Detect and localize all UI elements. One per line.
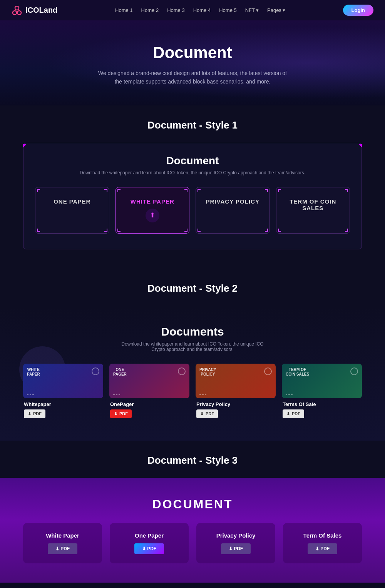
style3-title: DOCUMENT: [23, 497, 362, 511]
dots-decoration: [27, 394, 34, 395]
style3-pdf-btn-privacy[interactable]: ⬇ PDF: [221, 543, 251, 554]
login-button[interactable]: Login: [343, 5, 373, 16]
style3-card-termsales: Term Of Sales ⬇ PDF: [283, 523, 362, 563]
nav-pages-dropdown[interactable]: Pages ▾: [267, 7, 285, 13]
style2-pdf-btn-privacy[interactable]: ⬇ PDF: [196, 409, 218, 418]
nav-home1[interactable]: Home 1: [115, 7, 133, 13]
download-icon: ⬇: [200, 411, 204, 416]
svg-point-1: [13, 11, 17, 15]
style2-pdf-btn-whitepaper[interactable]: ⬇ PDF: [24, 409, 45, 418]
style3-card-privacy: Privacy Policy ⬇ PDF: [196, 523, 275, 563]
style1-card-privacy[interactable]: Privacy Policy: [196, 187, 270, 234]
chevron-down-icon: ▾: [283, 7, 285, 13]
nav-nft-dropdown[interactable]: NFT ▾: [245, 7, 259, 13]
dots-decoration: [286, 394, 293, 395]
logo[interactable]: ICOLand: [12, 5, 57, 16]
style1-section-title: Document - Style 1: [0, 105, 385, 143]
brand-name: ICOLand: [25, 6, 57, 15]
download-icon: ⬇: [28, 411, 31, 416]
style2-card-onepager: ONEPAGER OnePager ⬇ PDF: [109, 364, 189, 421]
style1-box-title: Document: [35, 155, 350, 167]
nav-home2[interactable]: Home 2: [141, 7, 159, 13]
style2-card-whitepaper: WHITEPAPER Whitepaper ⬇ PDF: [23, 364, 103, 421]
style2-title: Documents: [23, 325, 362, 338]
newsletter-section: Don't Miss Out, Stay Updated SUBSCRIBE D…: [0, 583, 385, 588]
nav-links: Home 1 Home 2 Home 3 Home 4 Home 5 NFT ▾…: [115, 7, 285, 13]
style2-section: Documents Download the whitepaper and le…: [0, 306, 385, 441]
style2-thumb-privacy[interactable]: PRIVACYPOLICY: [196, 364, 276, 398]
style1-card-onepaper[interactable]: One Paper: [35, 187, 109, 234]
circle-decoration: [264, 368, 272, 375]
style1-box-desc: Download the whitepaper and learn about …: [35, 170, 350, 175]
style2-pdf-btn-onepager[interactable]: ⬇ PDF: [110, 409, 132, 418]
hero-section: Document We designed a brand-new cool de…: [0, 20, 385, 105]
dots-decoration: [199, 394, 206, 395]
style1-cards: One Paper White Paper ⬆ Privacy Policy T…: [35, 187, 350, 234]
download-icon: ⬇: [286, 411, 290, 416]
svg-point-2: [17, 11, 21, 15]
nav-home5[interactable]: Home 5: [219, 7, 237, 13]
style3-pdf-btn-whitepaper[interactable]: ⬇ PDF: [48, 543, 77, 554]
style2-cards: WHITEPAPER Whitepaper ⬇ PDF ONEPAGER: [23, 364, 362, 421]
style1-box: Document Download the whitepaper and lea…: [23, 143, 362, 249]
style2-desc: Download the whitepaper and learn about …: [116, 341, 270, 352]
style2-thumb-onepager[interactable]: ONEPAGER: [109, 364, 189, 398]
chevron-down-icon: ▾: [256, 7, 259, 13]
style2-card-privacy: PRIVACYPOLICY Privacy Policy ⬇ PDF: [196, 364, 276, 421]
style3-cards: White Paper ⬇ PDF One Paper ⬇ PDF Privac…: [23, 523, 362, 563]
logo-icon: [12, 5, 22, 16]
style2-card-termsale: TERM OFCOIN SALES Terms Of Sale ⬇ PDF: [282, 364, 362, 421]
style3-section: DOCUMENT White Paper ⬇ PDF One Paper ⬇ P…: [0, 478, 385, 583]
navbar: ICOLand Home 1 Home 2 Home 3 Home 4 Home…: [0, 0, 385, 20]
style3-card-onepaper: One Paper ⬇ PDF: [110, 523, 189, 563]
upload-icon: ⬆: [146, 209, 159, 222]
style3-pdf-btn-onepaper[interactable]: ⬇ PDF: [134, 543, 164, 554]
svg-point-0: [15, 6, 19, 10]
hero-description: We designed a brand-new cool design and …: [96, 69, 289, 86]
style1-section: Document Download the whitepaper and lea…: [0, 143, 385, 269]
circle-decoration: [92, 368, 99, 375]
hero-title: Document: [15, 43, 370, 62]
style2-pdf-btn-termsale[interactable]: ⬇ PDF: [283, 409, 304, 418]
style2-thumb-whitepaper[interactable]: WHITEPAPER: [23, 364, 103, 398]
style1-card-termsales[interactable]: Term Of Coin Sales: [276, 187, 350, 234]
circle-decoration: [178, 368, 186, 375]
style3-section-title: Document - Style 3: [0, 441, 385, 478]
nav-home4[interactable]: Home 4: [193, 7, 211, 13]
nav-home3[interactable]: Home 3: [167, 7, 185, 13]
style3-card-whitepaper: White Paper ⬇ PDF: [23, 523, 102, 563]
circle-decoration: [350, 368, 358, 375]
dots-decoration: [113, 394, 120, 395]
style2-thumb-termsale[interactable]: TERM OFCOIN SALES: [282, 364, 362, 398]
style2-section-title: Document - Style 2: [0, 269, 385, 306]
style3-pdf-btn-termsales[interactable]: ⬇ PDF: [308, 543, 337, 554]
download-icon: ⬇: [114, 411, 117, 416]
style1-card-whitepaper[interactable]: White Paper ⬆: [116, 187, 190, 234]
